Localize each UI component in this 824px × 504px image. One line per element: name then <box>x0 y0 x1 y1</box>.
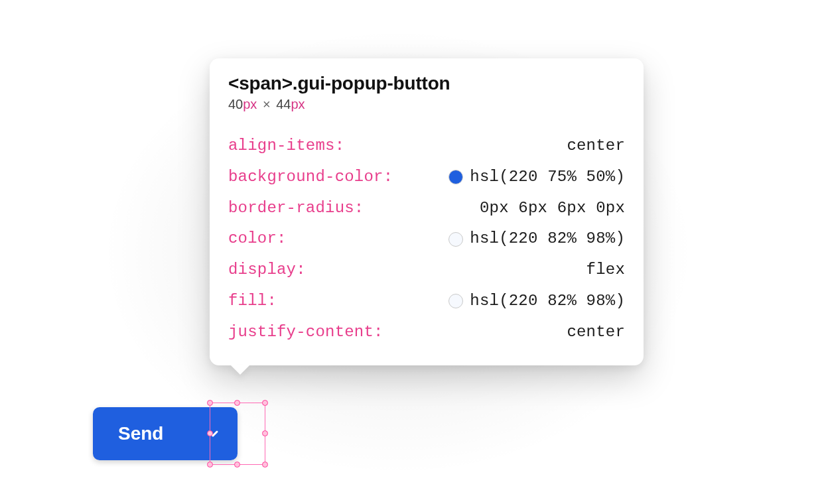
resize-handle-icon[interactable] <box>262 400 268 406</box>
css-property-name: border-radius <box>228 199 354 217</box>
css-property-value: center <box>567 317 625 348</box>
css-property-name: color <box>228 229 277 247</box>
css-property-value: hsl(220 82% 98%) <box>470 223 625 255</box>
css-property-row: display: flex <box>228 255 625 286</box>
height-value: 44 <box>276 97 291 111</box>
css-property-row: border-radius: 0px 6px 6px 0px <box>228 193 625 224</box>
width-unit: px <box>243 97 257 111</box>
height-unit: px <box>291 97 305 111</box>
css-property-value: hsl(220 82% 98%) <box>470 286 625 317</box>
css-inspector-tooltip: <span>.gui-popup-button 40px × 44px alig… <box>210 58 644 365</box>
css-property-row: fill: hsl(220 82% 98%) <box>228 286 625 317</box>
popup-button[interactable] <box>188 407 238 460</box>
send-button-label: Send <box>118 423 163 444</box>
resize-handle-icon[interactable] <box>262 430 268 436</box>
resize-handle-icon[interactable] <box>234 400 240 406</box>
css-property-name: align-items <box>228 137 335 155</box>
css-property-value: 0px 6px 6px 0px <box>480 193 625 224</box>
resize-handle-icon[interactable] <box>207 400 213 406</box>
css-property-row: color: hsl(220 82% 98%) <box>228 223 625 255</box>
css-property-row: align-items: center <box>228 131 625 162</box>
chevron-down-icon <box>205 426 221 442</box>
css-property-row: justify-content: center <box>228 317 625 348</box>
width-value: 40 <box>228 97 243 111</box>
css-property-name: display <box>228 261 296 279</box>
resize-handle-icon[interactable] <box>207 462 213 468</box>
css-property-row: background-color: hsl(220 75% 50%) <box>228 162 625 193</box>
send-button[interactable]: Send <box>93 407 188 460</box>
css-property-value: flex <box>586 255 625 286</box>
css-property-name: justify-content <box>228 323 374 341</box>
color-swatch-icon <box>448 232 463 247</box>
inspector-selector: <span>.gui-popup-button <box>228 73 625 94</box>
color-swatch-icon <box>448 170 463 184</box>
css-property-list: align-items: center background-color: hs… <box>228 131 625 348</box>
resize-handle-icon[interactable] <box>262 462 268 468</box>
css-property-name: fill <box>228 292 267 310</box>
color-swatch-icon <box>448 294 463 308</box>
css-property-name: background-color <box>228 168 383 186</box>
resize-handle-icon[interactable] <box>234 462 240 468</box>
inspector-dimensions: 40px × 44px <box>228 97 625 112</box>
split-button: Send <box>93 407 238 460</box>
css-property-value: hsl(220 75% 50%) <box>470 162 625 193</box>
css-property-value: center <box>567 131 625 162</box>
dimensions-separator: × <box>263 97 271 111</box>
